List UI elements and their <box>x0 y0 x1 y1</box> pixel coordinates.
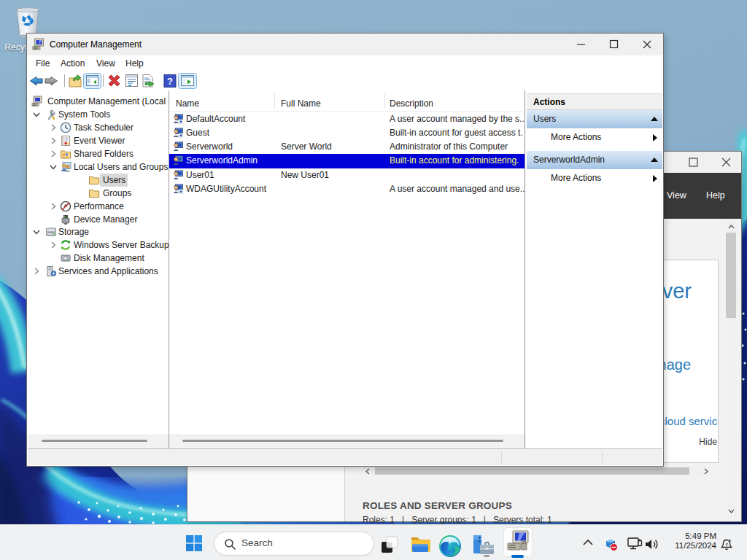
svg-text:z: z <box>726 542 728 546</box>
svg-text:z: z <box>729 539 732 542</box>
svg-text:?: ? <box>167 76 173 87</box>
